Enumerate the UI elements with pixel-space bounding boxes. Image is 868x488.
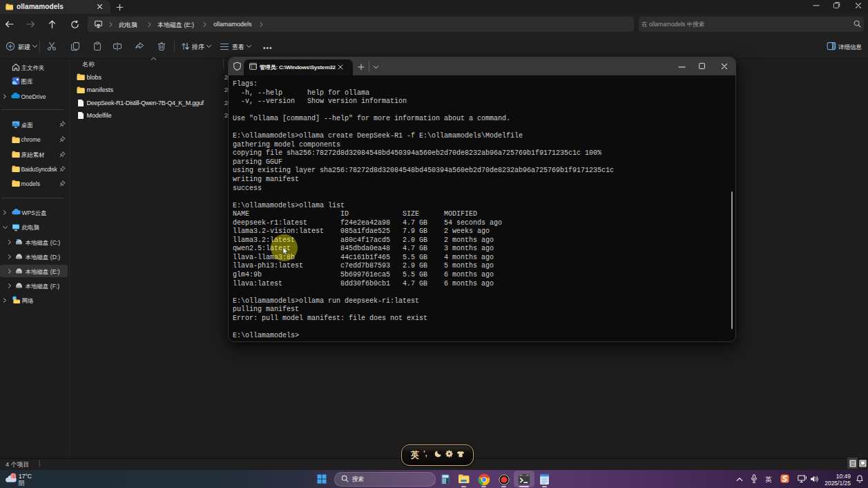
svg-text:C:\: C:\: [251, 66, 257, 69]
svg-text:1: 1: [12, 473, 15, 478]
